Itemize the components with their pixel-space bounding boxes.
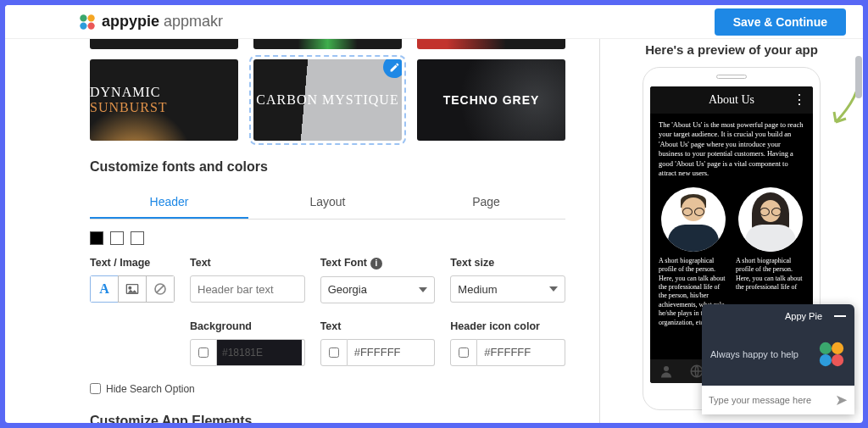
- svg-point-11: [832, 342, 843, 354]
- tab-page[interactable]: Page: [407, 186, 565, 219]
- option-none-icon[interactable]: [146, 275, 175, 303]
- theme-techno-grey[interactable]: TECHNO GREY: [417, 59, 565, 141]
- label-icon-color: Header icon color: [450, 320, 565, 332]
- label-text: Text: [190, 257, 305, 269]
- tab-header[interactable]: Header: [90, 186, 248, 219]
- section-customize-elements: Customize App Elements: [90, 414, 565, 423]
- chat-input[interactable]: [709, 395, 835, 405]
- font-select[interactable]: Georgia: [320, 276, 436, 303]
- header-text-input[interactable]: [190, 275, 305, 303]
- send-icon[interactable]: ➤: [835, 391, 848, 409]
- bg-color-input[interactable]: #18181E: [217, 339, 305, 366]
- svg-point-3: [87, 22, 94, 29]
- preview-header: About Us ⋮: [650, 86, 813, 114]
- edit-theme-icon[interactable]: [383, 59, 402, 78]
- label-text-image: Text / Image: [90, 257, 175, 269]
- preview-panel: Here's a preview of your app About Us ⋮ …: [600, 39, 863, 423]
- svg-point-0: [80, 14, 86, 21]
- color-swatch[interactable]: [131, 231, 144, 245]
- tabs: Header Layout Page: [90, 186, 565, 220]
- chat-widget: Appy Pie Always happy to help ➤: [702, 304, 854, 414]
- icon-color-enable-checkbox[interactable]: [450, 339, 477, 366]
- svg-point-2: [80, 22, 86, 29]
- user-icon: [659, 364, 674, 379]
- save-continue-button[interactable]: Save & Continue: [715, 8, 846, 36]
- svg-point-10: [820, 342, 832, 354]
- theme-tile[interactable]: [417, 39, 565, 49]
- label-size: Text size: [450, 257, 565, 269]
- avatar-female: [738, 187, 803, 252]
- color-swatch[interactable]: [110, 231, 124, 245]
- kebab-menu-icon: ⋮: [793, 93, 806, 107]
- section-customize-fonts: Customize fonts and colors: [90, 159, 565, 175]
- brand: appypie appmakr: [78, 13, 223, 31]
- hide-search-label: Hide Search Option: [106, 383, 195, 395]
- preview-title: Here's a preview of your app: [609, 42, 854, 57]
- theme-carbon-mystique[interactable]: CARBON MYSTIQUE: [253, 59, 402, 141]
- bg-enable-checkbox[interactable]: [190, 339, 217, 366]
- label-background: Background: [190, 320, 305, 332]
- theme-tile[interactable]: [253, 39, 402, 49]
- brand-logo-icon: [78, 13, 97, 31]
- editor-panel: DYNAMIC SUNBURST CARBON MYSTIQUE TECHNO …: [5, 39, 600, 423]
- svg-point-1: [87, 14, 94, 21]
- hide-search-checkbox[interactable]: [90, 383, 101, 394]
- text-color-input[interactable]: #FFFFFF: [348, 339, 436, 366]
- theme-dynamic-sunburst[interactable]: DYNAMIC SUNBURST: [90, 59, 238, 141]
- option-image-icon[interactable]: [118, 275, 147, 303]
- label-text-color: Text: [320, 320, 436, 332]
- chat-greeting: Always happy to help: [710, 349, 809, 359]
- svg-line-7: [156, 285, 164, 292]
- help-icon[interactable]: i: [370, 258, 382, 270]
- svg-point-13: [832, 354, 843, 366]
- preview-intro: The 'About Us' is the most powerful page…: [659, 120, 804, 179]
- theme-tile[interactable]: [90, 39, 238, 49]
- svg-point-5: [129, 286, 131, 289]
- option-text-icon[interactable]: A: [90, 275, 119, 303]
- topbar: appypie appmakr Save & Continue: [5, 5, 863, 39]
- bio-text: A short biographical profile of the pers…: [736, 257, 804, 292]
- svg-point-8: [664, 366, 669, 371]
- icon-color-input[interactable]: #FFFFFF: [477, 339, 565, 366]
- color-swatch-black[interactable]: [90, 231, 103, 245]
- scrollbar[interactable]: [855, 56, 862, 98]
- tab-layout[interactable]: Layout: [248, 186, 407, 219]
- text-image-toggle: A: [90, 275, 175, 303]
- text-color-enable-checkbox[interactable]: [320, 339, 348, 366]
- svg-point-12: [820, 354, 832, 366]
- avatar-male: [661, 187, 726, 252]
- minimize-icon[interactable]: [834, 315, 846, 317]
- chat-title: Appy Pie: [710, 311, 829, 321]
- label-font: Text Fonti: [320, 257, 436, 270]
- appypie-logo-icon: [817, 340, 846, 369]
- size-select[interactable]: Medium: [450, 275, 565, 303]
